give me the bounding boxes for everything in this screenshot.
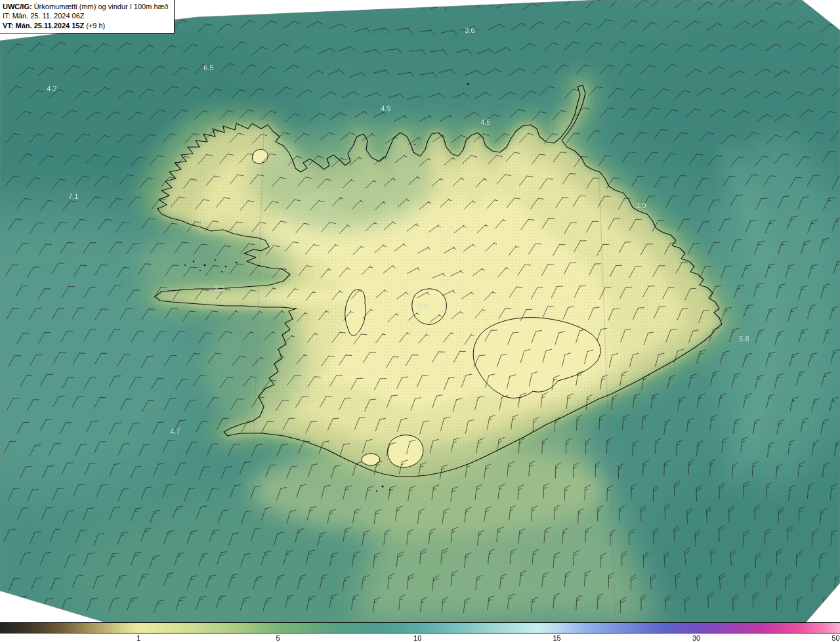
colorbar-tick-label: 50 bbox=[831, 634, 839, 642]
valid-label: VT: bbox=[3, 22, 14, 30]
glacier-drangajokull bbox=[252, 150, 268, 163]
colorbar-tick-label: 5 bbox=[276, 634, 280, 642]
glacier-myrdalsjokull bbox=[388, 435, 423, 467]
colorbar-legend: 1510153050 bbox=[0, 622, 840, 642]
valid-time: Mán. 25.11.2024 15Z bbox=[16, 22, 85, 30]
colorbar-tick-label: 30 bbox=[692, 634, 700, 642]
info-valid-line: VT: Mán. 25.11.2024 15Z (+9 h) bbox=[3, 21, 168, 30]
init-time: Mán. 25. 11. 2024 06Z bbox=[12, 12, 85, 20]
colorbar-tick-label: 15 bbox=[553, 634, 561, 642]
colorbar-gradient bbox=[0, 622, 840, 633]
colorbar-tick-label: 10 bbox=[413, 634, 421, 642]
info-title-line: UWC/IG: Úrkomumætti (mm) og vindur í 100… bbox=[3, 2, 168, 11]
glacier-eyjafjallajokull bbox=[362, 454, 380, 465]
product-title: Úrkomumætti (mm) og vindur í 100m hæð bbox=[34, 3, 169, 11]
info-box: UWC/IG: Úrkomumætti (mm) og vindur í 100… bbox=[0, 0, 175, 33]
init-label: IT: bbox=[3, 12, 10, 20]
valid-offset: (+9 h) bbox=[86, 22, 105, 30]
info-init-line: IT: Mán. 25. 11. 2024 06Z bbox=[3, 11, 168, 20]
weather-map: 3.66.54.24.94.57.11.92.30.95.84.7 UWC/IG… bbox=[0, 0, 840, 622]
colorbar-tick-label: 1 bbox=[136, 634, 140, 642]
model-label: UWC/IG: bbox=[3, 3, 32, 11]
weather-field-svg bbox=[0, 0, 840, 622]
